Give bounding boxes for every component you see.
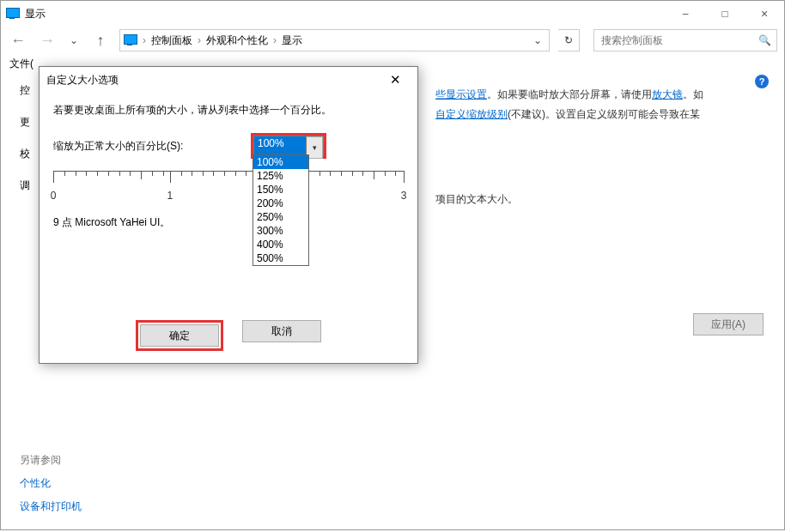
crumb-appearance[interactable]: 外观和个性化 (206, 33, 268, 48)
ok-button[interactable]: 确定 (140, 324, 219, 347)
window-title: 显示 (25, 7, 666, 21)
location-icon (124, 34, 137, 45)
search-box[interactable]: 🔍 (593, 29, 777, 51)
combo-value: 100% (254, 136, 306, 155)
scale-option[interactable]: 200% (253, 196, 308, 210)
chevron-right-icon: › (273, 34, 277, 46)
refresh-button[interactable]: ↻ (558, 29, 580, 51)
apply-button[interactable]: 应用(A) (693, 313, 764, 336)
dialog-close-button[interactable]: ✕ (380, 67, 411, 93)
body-paragraph-2: 项目的文本大小。 (435, 190, 770, 209)
search-icon: 🔍 (758, 34, 771, 46)
sample-text: 9 点 Microsoft YaHei UI。 (53, 215, 404, 230)
see-also-section: 另请参阅 个性化 设备和打印机 (20, 453, 82, 514)
crumb-control-panel[interactable]: 控制面板 (151, 33, 192, 48)
ok-highlight: 确定 (136, 320, 223, 351)
chevron-right-icon: › (198, 34, 201, 46)
scale-option[interactable]: 125% (253, 169, 308, 183)
dialog-title: 自定义大小选项 (46, 73, 380, 88)
address-dropdown[interactable]: ⌄ (530, 31, 545, 50)
close-button[interactable]: × (745, 1, 784, 27)
dialog-titlebar: 自定义大小选项 ✕ (40, 67, 417, 93)
minimize-button[interactable]: – (666, 1, 705, 27)
up-button[interactable]: ↑ (90, 30, 111, 51)
scale-combobox[interactable]: 100% ▾ (253, 136, 324, 156)
scale-option[interactable]: 500% (253, 251, 308, 265)
see-also-header: 另请参阅 (20, 453, 82, 468)
dialog-description: 若要更改桌面上所有项的大小，请从列表中选择一个百分比。 (53, 103, 404, 118)
scale-options-list[interactable]: 100%125%150%200%250%300%400%500% (253, 154, 309, 266)
nav-bar: ← → ⌄ ↑ › 控制面板 › 外观和个性化 › 显示 ⌄ ↻ 🔍 (1, 27, 784, 54)
back-button[interactable]: ← (8, 30, 28, 51)
ruler-tick-0: 0 (51, 190, 57, 202)
chevron-right-icon: › (143, 34, 146, 46)
body-paragraph: 些显示设置。如果要临时放大部分屏幕，请使用放大镜。如 自定义缩放级别(不建议)。… (435, 85, 770, 124)
ruler-tick-3: 3 (401, 190, 407, 202)
personalization-link[interactable]: 个性化 (20, 476, 82, 491)
scale-option[interactable]: 100% (253, 155, 308, 169)
address-bar[interactable]: › 控制面板 › 外观和个性化 › 显示 ⌄ (119, 29, 550, 51)
maximize-button[interactable]: □ (705, 1, 745, 27)
custom-size-dialog: 自定义大小选项 ✕ 若要更改桌面上所有项的大小，请从列表中选择一个百分比。 缩放… (39, 66, 418, 364)
display-icon (6, 7, 20, 21)
scale-option[interactable]: 250% (253, 210, 308, 224)
scale-option[interactable]: 150% (253, 183, 308, 196)
scale-option[interactable]: 400% (253, 238, 308, 251)
menu-file[interactable]: 文件( (9, 57, 33, 71)
title-bar: 显示 – □ × (1, 1, 784, 27)
scale-option[interactable]: 300% (253, 224, 308, 238)
scale-label: 缩放为正常大小的百分比(S): (53, 139, 251, 154)
search-input[interactable] (599, 33, 758, 47)
magnifier-link[interactable]: 放大镜 (652, 88, 683, 100)
scale-ruler[interactable]: 0 1 2 3 (53, 167, 404, 210)
display-settings-link[interactable]: 些显示设置 (435, 88, 487, 100)
ruler-tick-1: 1 (167, 190, 173, 202)
devices-printers-link[interactable]: 设备和打印机 (20, 499, 82, 514)
custom-scaling-link[interactable]: 自定义缩放级别 (435, 108, 508, 120)
history-dropdown[interactable]: ⌄ (66, 31, 82, 50)
combo-highlight: 100% ▾ 100%125%150%200%250%300%400%500% (251, 133, 326, 159)
forward-button[interactable]: → (37, 30, 58, 51)
crumb-display[interactable]: 显示 (282, 33, 302, 48)
cancel-button[interactable]: 取消 (242, 320, 321, 342)
